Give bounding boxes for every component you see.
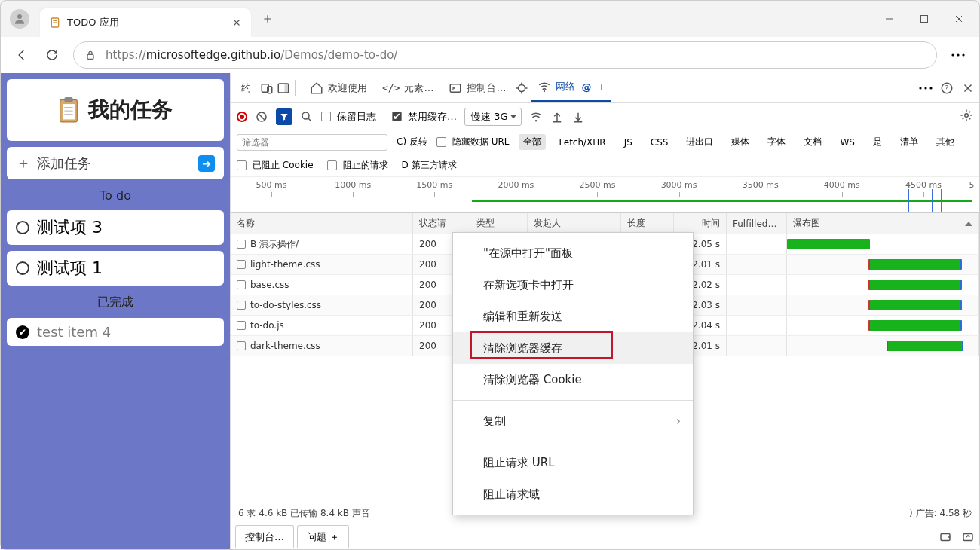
todo-item[interactable]: 测试项 1 [7, 251, 224, 286]
wifi-throttle-icon[interactable] [529, 110, 543, 124]
filter-media[interactable]: 媒体 [727, 134, 754, 150]
svg-point-23 [924, 87, 926, 89]
devtools-tabs: 约 欢迎使用 </>元素… 控制台… 网络@+ ? [231, 73, 979, 103]
file-icon [237, 240, 246, 249]
download-har-icon[interactable] [571, 110, 585, 124]
clear-button[interactable] [255, 110, 268, 124]
sources-icon[interactable] [515, 81, 528, 95]
tab-elements[interactable]: </>元素… [376, 74, 439, 102]
overview-timeline[interactable]: 500 ms 1000 ms 1500 ms 2000 ms 2500 ms 3… [231, 177, 979, 213]
throttle-select[interactable]: 慢速 3G [464, 108, 522, 126]
invert-checkbox[interactable]: C) 反转 [397, 136, 427, 148]
url-bar: https://microsoftedge.github.io/Demos/de… [1, 37, 979, 73]
window-minimize-button[interactable] [872, 7, 907, 31]
filter-font[interactable]: 字体 [763, 134, 790, 150]
svg-point-20 [519, 84, 525, 91]
add-task-submit[interactable]: ➔ [198, 155, 215, 172]
ctx-clear-cache[interactable]: 清除浏览器缓存 [453, 332, 693, 364]
tick: 2500 ms [556, 180, 638, 190]
inspect-truncated[interactable]: 约 [235, 74, 257, 102]
more-tabs-icon[interactable] [919, 81, 933, 95]
record-button[interactable] [237, 112, 247, 122]
filter-doc[interactable]: 文档 [799, 134, 826, 150]
svg-point-29 [535, 120, 537, 121]
browser-menu-button[interactable] [943, 41, 973, 69]
new-tab-button[interactable] [257, 8, 278, 29]
col-length[interactable]: 长度 [621, 213, 674, 234]
devtools-close-icon[interactable] [961, 81, 975, 95]
filter-css[interactable]: CSS [646, 136, 673, 149]
filter-toggle[interactable] [276, 108, 292, 125]
col-time[interactable]: 时间 [674, 213, 727, 234]
address-bar[interactable]: https://microsoftedge.github.io/Demos/de… [73, 41, 937, 69]
tab-console[interactable]: 控制台… [443, 74, 512, 102]
search-icon[interactable] [300, 110, 314, 124]
third-party-label[interactable]: D 第三方请求 [402, 159, 457, 172]
unchecked-icon[interactable] [16, 221, 29, 234]
filter-ws[interactable]: WS [835, 136, 859, 149]
drawer-collapse-icon[interactable] [961, 530, 975, 544]
tab-welcome[interactable]: 欢迎使用 [304, 74, 373, 102]
upload-har-icon[interactable] [550, 110, 564, 124]
file-icon [237, 301, 246, 310]
ctx-open-new-tab[interactable]: 在新选项卡中打开 [453, 269, 693, 301]
filter-other[interactable]: 其他 [932, 134, 959, 150]
dock-icon[interactable] [277, 81, 290, 95]
ctx-clear-cookies[interactable]: 清除浏览器 Cookie [453, 364, 693, 396]
done-item[interactable]: ✔test item 4 [7, 318, 224, 346]
profile-avatar[interactable] [10, 9, 29, 29]
back-button[interactable] [7, 41, 37, 69]
filter-js[interactable]: JS [620, 136, 637, 149]
ctx-edit-resend[interactable]: 编辑和重新发送 [453, 301, 693, 332]
sort-indicator-icon [965, 222, 972, 226]
device-toggle-icon[interactable] [260, 81, 274, 95]
col-name[interactable]: 名称 [231, 213, 413, 234]
unchecked-icon[interactable] [16, 261, 29, 275]
done-item-label: test item 4 [37, 324, 111, 340]
network-settings-icon[interactable] [960, 108, 973, 122]
window-maximize-button[interactable] [907, 7, 942, 31]
todo-item[interactable]: 测试项 3 [7, 210, 224, 245]
filter-manifest[interactable]: 清单 [896, 134, 923, 150]
filter-io[interactable]: 进出口 [681, 134, 718, 150]
filter-all[interactable]: 全部 [519, 134, 546, 150]
col-fulfilled[interactable]: Fulfilled… [727, 213, 787, 234]
file-icon [237, 280, 246, 289]
wifi-icon [537, 80, 551, 93]
blocked-requests-checkbox[interactable]: 阻止的请求 [327, 159, 388, 172]
checked-icon[interactable]: ✔ [16, 325, 29, 339]
request-table-header[interactable]: 名称 状态请 类型 发起人 长度 时间 Fulfilled… 瀑布图 [231, 213, 979, 234]
window-close-button[interactable] [942, 7, 976, 31]
tab-title: TODO 应用 [67, 16, 231, 29]
tab-network[interactable]: 网络@+ [531, 74, 611, 102]
ctx-copy[interactable]: 复制› [453, 405, 693, 437]
drawer-issues-tab[interactable]: 问题＋ [297, 525, 349, 548]
filter-input[interactable] [237, 134, 387, 151]
tick: 500 ms [231, 180, 312, 190]
ctx-open-in-sources[interactable]: "在源中打开"面板 [453, 237, 693, 269]
filter-fetch[interactable]: Fetch/XHR [555, 136, 611, 149]
todo-item-label: 测试项 3 [37, 216, 103, 239]
hide-data-url-checkbox[interactable]: 隐藏数据 URL [436, 136, 510, 148]
add-task-row[interactable]: ＋添加任务 ➔ [7, 147, 224, 179]
tab-close-icon[interactable] [231, 17, 242, 28]
drawer-export-icon[interactable] [939, 530, 952, 544]
ctx-block-url[interactable]: 阻止请求 URL [453, 447, 693, 478]
ctx-block-domain[interactable]: 阻止请求域 [453, 478, 693, 510]
filter-row: C) 反转 隐藏数据 URL 全部 Fetch/XHR JS CSS 进出口 媒… [231, 130, 979, 154]
col-initiator[interactable]: 发起人 [528, 213, 621, 234]
browser-tab[interactable]: TODO 应用 [40, 8, 251, 37]
network-toolbar: 保留日志 ✔禁用缓存… 慢速 3G [231, 103, 979, 130]
help-icon[interactable]: ? [940, 81, 954, 95]
drawer-console-tab[interactable]: 控制台… [235, 525, 294, 548]
col-waterfall[interactable]: 瀑布图 [787, 213, 979, 234]
filter-yes[interactable]: 是 [868, 134, 887, 150]
tick: 1000 ms [312, 180, 394, 190]
col-status[interactable]: 状态请 [413, 213, 470, 234]
svg-point-24 [929, 87, 932, 89]
preserve-log-checkbox[interactable]: 保留日志 [321, 110, 376, 124]
disable-cache-checkbox[interactable]: ✔禁用缓存… [392, 110, 457, 124]
refresh-button[interactable] [37, 41, 67, 69]
col-type[interactable]: 类型 [470, 213, 528, 234]
blocked-cookies-checkbox[interactable]: 已阻止 Cookie [237, 159, 314, 172]
